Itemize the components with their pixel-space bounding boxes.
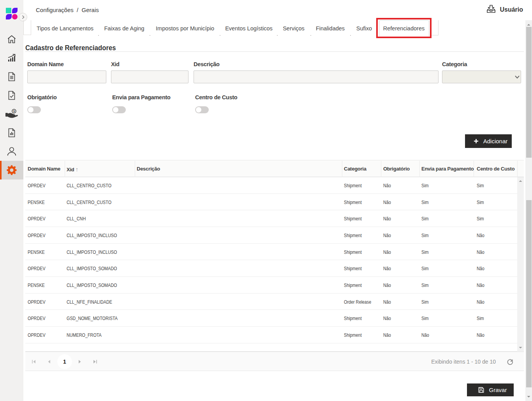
svg-text:$: $ <box>13 109 15 113</box>
